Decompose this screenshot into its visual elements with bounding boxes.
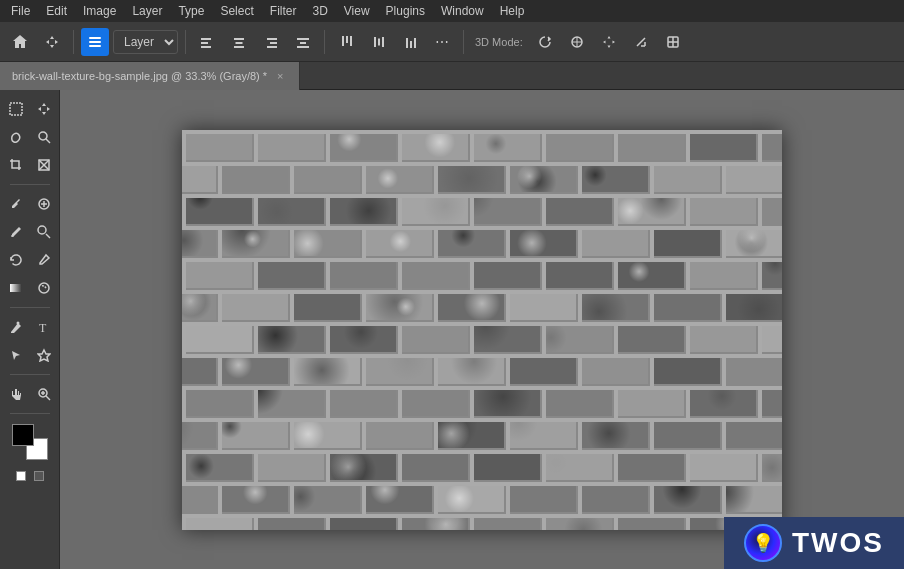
screen-mode-button[interactable] <box>34 471 44 481</box>
align-middle-button[interactable] <box>364 28 392 56</box>
menu-file[interactable]: File <box>4 2 37 20</box>
svg-rect-7 <box>236 42 243 44</box>
layer-arrangement-button[interactable] <box>81 28 109 56</box>
3d-twist-button[interactable] <box>563 28 591 56</box>
menu-filter[interactable]: Filter <box>263 2 304 20</box>
brush-tool[interactable] <box>3 219 29 245</box>
svg-line-41 <box>46 396 50 400</box>
toolbar-separator-2 <box>185 30 186 54</box>
svg-rect-16 <box>346 36 348 43</box>
svg-rect-17 <box>350 36 352 46</box>
path-tools-row <box>3 342 57 368</box>
move-button[interactable] <box>38 28 66 56</box>
eraser-tool[interactable] <box>31 247 57 273</box>
history-brush-tool[interactable] <box>3 247 29 273</box>
main-area: T <box>0 90 904 569</box>
color-swatches[interactable] <box>12 424 48 460</box>
twos-brand-text: TWOS <box>792 527 884 559</box>
align-center-button[interactable] <box>225 28 253 56</box>
svg-rect-13 <box>300 42 306 44</box>
tab-close-button[interactable]: × <box>273 69 287 83</box>
menu-image[interactable]: Image <box>76 2 123 20</box>
foreground-color-swatch[interactable] <box>12 424 34 446</box>
text-tool[interactable]: T <box>31 314 57 340</box>
blur-tool[interactable] <box>31 275 57 301</box>
svg-rect-14 <box>297 46 309 48</box>
svg-point-34 <box>11 235 14 237</box>
menu-bar: File Edit Image Layer Type Select Filter… <box>0 0 904 22</box>
svg-rect-9 <box>267 38 277 40</box>
pen-tools-row: T <box>3 314 57 340</box>
tool-separator-4 <box>10 413 50 414</box>
svg-point-38 <box>16 322 19 325</box>
3d-rotate-button[interactable] <box>531 28 559 56</box>
align-right-button[interactable] <box>257 28 285 56</box>
svg-rect-36 <box>10 284 22 292</box>
eyedropper-tool[interactable] <box>3 191 29 217</box>
move-tool[interactable] <box>31 96 57 122</box>
selection-tools-row <box>3 96 57 122</box>
quick-mask-button[interactable] <box>16 471 26 481</box>
home-button[interactable] <box>6 28 34 56</box>
frame-tool[interactable] <box>31 152 57 178</box>
align-bottom-button[interactable] <box>396 28 424 56</box>
svg-rect-20 <box>382 37 384 47</box>
svg-rect-2 <box>89 45 101 47</box>
menu-edit[interactable]: Edit <box>39 2 74 20</box>
align-top-button[interactable] <box>332 28 360 56</box>
menu-layer[interactable]: Layer <box>125 2 169 20</box>
layer-select[interactable]: Layer <box>113 30 178 54</box>
canvas-area: 💡 TWOS <box>60 90 904 569</box>
document-tab[interactable]: brick-wall-texture-bg-sample.jpg @ 33.3%… <box>0 62 300 90</box>
twos-watermark: 💡 TWOS <box>724 517 904 569</box>
tab-filename: brick-wall-texture-bg-sample.jpg @ 33.3%… <box>12 70 267 82</box>
svg-rect-3 <box>201 38 211 40</box>
3d-pan-button[interactable] <box>595 28 623 56</box>
svg-rect-22 <box>410 41 412 48</box>
menu-3d[interactable]: 3D <box>305 2 334 20</box>
align-left-button[interactable] <box>193 28 221 56</box>
hand-tool[interactable] <box>3 381 29 407</box>
quick-selection-tool[interactable] <box>31 124 57 150</box>
menu-help[interactable]: Help <box>493 2 532 20</box>
menu-select[interactable]: Select <box>213 2 260 20</box>
tool-separator-2 <box>10 307 50 308</box>
svg-point-37 <box>39 283 49 293</box>
pen-tool[interactable] <box>3 314 29 340</box>
menu-window[interactable]: Window <box>434 2 491 20</box>
navigation-tools-row <box>3 381 57 407</box>
svg-text:T: T <box>39 321 47 334</box>
3d-scale-button[interactable] <box>627 28 655 56</box>
gradient-tools-row <box>3 275 57 301</box>
lasso-tool[interactable] <box>3 124 29 150</box>
more-options-button[interactable]: ⋯ <box>428 28 456 56</box>
svg-rect-19 <box>378 38 380 45</box>
tab-bar: brick-wall-texture-bg-sample.jpg @ 33.3%… <box>0 62 904 90</box>
3d-home-button[interactable] <box>659 28 687 56</box>
svg-rect-15 <box>342 36 344 46</box>
menu-view[interactable]: View <box>337 2 377 20</box>
svg-rect-8 <box>234 46 244 48</box>
menu-plugins[interactable]: Plugins <box>379 2 432 20</box>
tools-panel: T <box>0 90 60 569</box>
crop-tools-row <box>3 152 57 178</box>
path-selection-tool[interactable] <box>3 342 29 368</box>
shape-tool[interactable] <box>31 342 57 368</box>
healing-brush-tool[interactable] <box>31 191 57 217</box>
crop-tool[interactable] <box>3 152 29 178</box>
gradient-tool[interactable] <box>3 275 29 301</box>
3d-mode-label: 3D Mode: <box>471 36 527 48</box>
distribute-button[interactable] <box>289 28 317 56</box>
menu-type[interactable]: Type <box>171 2 211 20</box>
zoom-tool[interactable] <box>31 381 57 407</box>
svg-rect-18 <box>374 37 376 47</box>
document-canvas[interactable] <box>182 130 782 530</box>
twos-logo-icon: 💡 <box>744 524 782 562</box>
rectangular-marquee-tool[interactable] <box>3 96 29 122</box>
svg-rect-11 <box>267 46 277 48</box>
options-toolbar: Layer ⋯ 3D Mode: <box>0 22 904 62</box>
svg-rect-21 <box>406 38 408 48</box>
clone-stamp-tool[interactable] <box>31 219 57 245</box>
svg-point-27 <box>39 132 47 140</box>
svg-rect-10 <box>270 42 277 44</box>
